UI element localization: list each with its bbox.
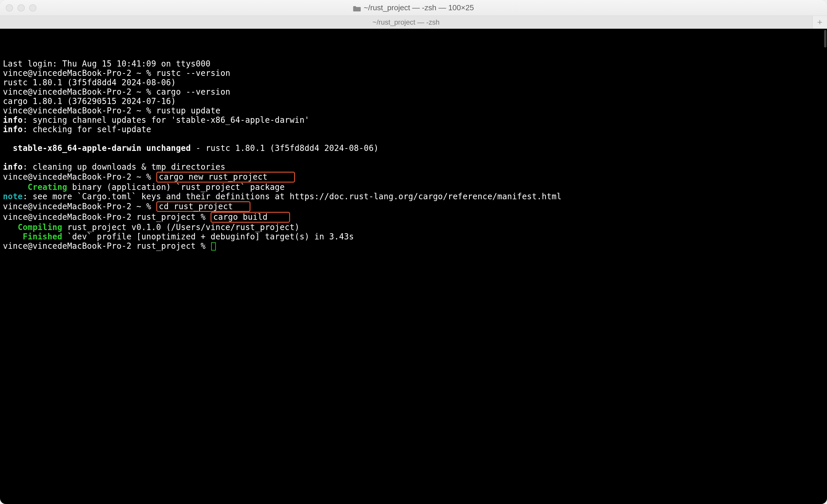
terminal-line: info: syncing channel updates for 'stabl…	[3, 115, 824, 125]
terminal-line: vince@vincedeMacBook-Pro-2 rust_project …	[3, 212, 824, 223]
add-tab-button[interactable]: +	[812, 16, 827, 29]
terminal-line: stable-x86_64-apple-darwin unchanged - r…	[3, 144, 824, 153]
terminal-line: note: see more `Cargo.toml` keys and the…	[3, 192, 824, 201]
folder-icon	[353, 5, 361, 11]
window-title-text: ~/rust_project — -zsh — 100×25	[363, 3, 474, 12]
titlebar: ~/rust_project — -zsh — 100×25	[0, 0, 827, 16]
terminal-line: rustc 1.80.1 (3f5fd8dd4 2024-08-06)	[3, 78, 824, 87]
terminal-line: info: checking for self-update	[3, 125, 824, 134]
terminal-line: info: cleaning up downloads & tmp direct…	[3, 162, 824, 172]
terminal-line: vince@vincedeMacBook-Pro-2 ~ % cargo --v…	[3, 87, 824, 97]
terminal-line: vince@vincedeMacBook-Pro-2 ~ % cargo new…	[3, 172, 824, 182]
terminal-line: Last login: Thu Aug 15 10:41:09 on ttys0…	[3, 59, 824, 68]
terminal-line: vince@vincedeMacBook-Pro-2 ~ % cd rust_p…	[3, 201, 824, 212]
terminal-line: Creating binary (application) `rust_proj…	[3, 182, 824, 192]
window-title: ~/rust_project — -zsh — 100×25	[353, 3, 474, 12]
highlighted-command: cd rust_project	[156, 201, 250, 212]
terminal-line: cargo 1.80.1 (376290515 2024-07-16)	[3, 97, 824, 106]
terminal-line	[3, 153, 824, 162]
scrollbar-thumb[interactable]	[824, 30, 826, 48]
terminal-output[interactable]: Last login: Thu Aug 15 10:41:09 on ttys0…	[0, 29, 827, 504]
terminal-line: vince@vincedeMacBook-Pro-2 ~ % rustup up…	[3, 106, 824, 115]
tab-bar: ~/rust_project — -zsh +	[0, 16, 827, 29]
highlighted-command: cargo build	[210, 212, 290, 223]
cursor-icon	[211, 242, 216, 250]
tab-label: ~/rust_project — -zsh	[373, 18, 440, 26]
maximize-icon[interactable]	[29, 4, 36, 11]
terminal-line: Compiling rust_project v0.1.0 (/Users/vi…	[3, 223, 824, 232]
tab-active[interactable]: ~/rust_project — -zsh	[0, 16, 812, 29]
terminal-window: ~/rust_project — -zsh — 100×25 ~/rust_pr…	[0, 0, 827, 504]
traffic-lights	[6, 4, 36, 11]
highlighted-command: cargo new rust_project	[156, 172, 295, 182]
close-icon[interactable]	[6, 4, 13, 11]
terminal-line	[3, 134, 824, 144]
terminal-line: vince@vincedeMacBook-Pro-2 rust_project …	[3, 241, 824, 251]
minimize-icon[interactable]	[17, 4, 25, 11]
terminal-line: Finished `dev` profile [unoptimized + de…	[3, 232, 824, 241]
terminal-line: vince@vincedeMacBook-Pro-2 ~ % rustc --v…	[3, 68, 824, 78]
